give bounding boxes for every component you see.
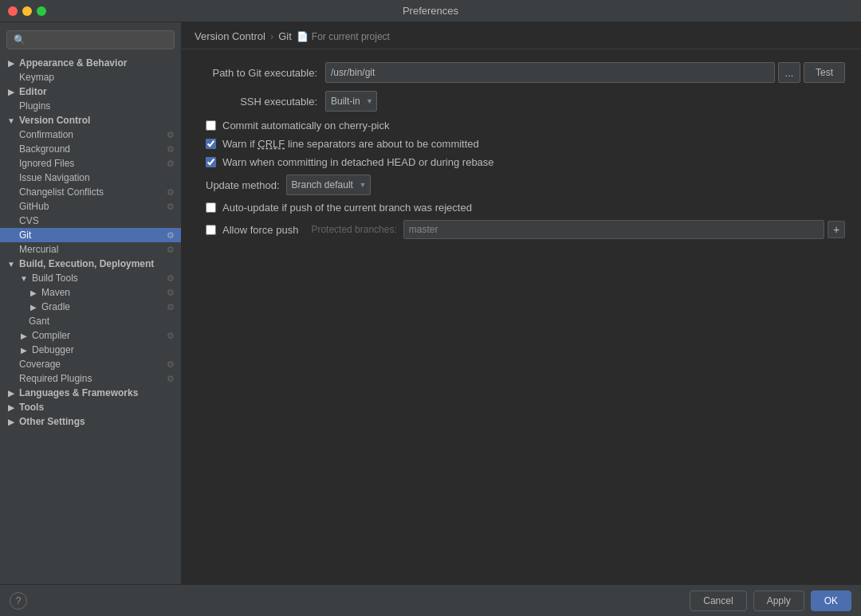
sidebar-item-label: Plugins xyxy=(19,100,50,112)
apply-button[interactable]: Apply xyxy=(753,590,804,611)
sidebar-item-ignored-files[interactable]: Ignored Files ⚙ xyxy=(0,156,181,171)
minimize-button[interactable] xyxy=(22,6,32,16)
sidebar-item-label: Appearance & Behavior xyxy=(19,57,127,69)
sidebar-item-label: Ignored Files xyxy=(19,158,74,169)
sidebar-item-cvs[interactable]: CVS xyxy=(0,214,181,228)
update-method-row: Update method: Branch default xyxy=(198,175,845,195)
arrow-icon: ▶ xyxy=(6,58,16,68)
sidebar-item-git[interactable]: Git ⚙ xyxy=(0,228,181,242)
settings-icon: ⚙ xyxy=(167,130,175,140)
sidebar-item-plugins[interactable]: Plugins xyxy=(0,99,181,113)
sidebar-item-label: Build, Execution, Deployment xyxy=(19,258,154,269)
sidebar-item-issue-navigation[interactable]: Issue Navigation xyxy=(0,171,181,185)
sidebar-item-compiler[interactable]: ▶ Compiler ⚙ xyxy=(0,328,181,343)
window-controls[interactable] xyxy=(8,6,46,16)
ssh-select[interactable]: Built-in xyxy=(325,91,377,112)
sidebar-item-editor[interactable]: ▶ Editor xyxy=(0,84,181,99)
cancel-button[interactable]: Cancel xyxy=(690,590,746,611)
content-body: Path to Git executable: ... Test SSH exe… xyxy=(182,49,861,584)
detached-head-checkbox[interactable] xyxy=(206,157,216,167)
crlf-label[interactable]: Warn if CRLF line separators are about t… xyxy=(222,138,479,150)
crlf-checkbox[interactable] xyxy=(206,139,216,149)
arrow-icon: ▶ xyxy=(29,288,38,297)
cherry-pick-checkbox[interactable] xyxy=(206,120,216,131)
update-method-select[interactable]: Branch default xyxy=(286,175,371,195)
settings-icon: ⚙ xyxy=(167,245,175,255)
ok-button[interactable]: OK xyxy=(811,590,851,611)
sidebar-item-label: Tools xyxy=(19,402,44,413)
protected-branches-input[interactable] xyxy=(403,220,824,239)
sidebar-item-build-execution-deployment[interactable]: ▼ Build, Execution, Deployment xyxy=(0,257,181,271)
sidebar-item-label: Changelist Conflicts xyxy=(19,186,104,198)
sidebar-item-label: Issue Navigation xyxy=(19,172,90,183)
arrow-icon: ▶ xyxy=(6,402,16,412)
sidebar-item-label: Git xyxy=(19,230,31,241)
sidebar-item-label: Maven xyxy=(41,287,70,298)
cherry-pick-label[interactable]: Commit automatically on cherry-pick xyxy=(222,120,390,131)
sidebar-item-label: Confirmation xyxy=(19,129,73,140)
arrow-icon: ▶ xyxy=(6,87,16,96)
update-method-label: Update method: xyxy=(206,179,280,191)
sidebar-item-label: Languages & Frameworks xyxy=(19,387,138,398)
detached-head-row: Warn when committing in detached HEAD or… xyxy=(198,156,845,168)
crlf-row: Warn if CRLF line separators are about t… xyxy=(198,138,845,150)
sidebar-item-background[interactable]: Background ⚙ xyxy=(0,142,181,156)
settings-icon: ⚙ xyxy=(167,302,175,312)
search-box[interactable] xyxy=(6,30,175,49)
sidebar-item-github[interactable]: GitHub ⚙ xyxy=(0,199,181,214)
ssh-select-wrapper[interactable]: Built-in xyxy=(325,91,377,112)
sidebar-item-tools[interactable]: ▶ Tools xyxy=(0,400,181,414)
arrow-icon: ▶ xyxy=(6,388,16,398)
detached-head-label[interactable]: Warn when committing in detached HEAD or… xyxy=(222,156,494,168)
path-input[interactable] xyxy=(325,62,775,83)
sidebar-item-other-settings[interactable]: ▶ Other Settings xyxy=(0,414,181,429)
arrow-icon: ▶ xyxy=(19,345,29,355)
search-input[interactable] xyxy=(14,34,167,45)
sidebar-item-label: Coverage xyxy=(19,359,61,370)
help-button[interactable]: ? xyxy=(10,592,27,610)
sidebar-item-gant[interactable]: Gant xyxy=(0,314,181,328)
sidebar-item-build-tools[interactable]: ▼ Build Tools ⚙ xyxy=(0,271,181,285)
sidebar-item-label: Version Control xyxy=(19,115,90,126)
settings-icon: ⚙ xyxy=(167,273,175,284)
auto-update-checkbox[interactable] xyxy=(206,202,216,213)
sidebar-item-changelist-conflicts[interactable]: Changelist Conflicts ⚙ xyxy=(0,185,181,199)
settings-icon: ⚙ xyxy=(167,187,175,198)
update-method-select-wrapper[interactable]: Branch default xyxy=(286,175,371,195)
sidebar-item-languages-frameworks[interactable]: ▶ Languages & Frameworks xyxy=(0,386,181,400)
sidebar-item-gradle[interactable]: ▶ Gradle ⚙ xyxy=(0,300,181,314)
add-protected-button[interactable]: + xyxy=(828,221,845,238)
sidebar-item-coverage[interactable]: Coverage ⚙ xyxy=(0,357,181,371)
arrow-icon: ▼ xyxy=(19,273,29,283)
test-button[interactable]: Test xyxy=(804,62,845,83)
sidebar-item-confirmation[interactable]: Confirmation ⚙ xyxy=(0,128,181,142)
path-row: Path to Git executable: ... Test xyxy=(198,62,845,83)
force-push-checkbox[interactable] xyxy=(206,225,216,235)
settings-icon: ⚙ xyxy=(167,288,175,298)
sidebar-item-maven[interactable]: ▶ Maven ⚙ xyxy=(0,285,181,300)
sidebar-item-required-plugins[interactable]: Required Plugins ⚙ xyxy=(0,371,181,386)
cherry-pick-row: Commit automatically on cherry-pick xyxy=(198,120,845,131)
settings-icon: ⚙ xyxy=(167,359,175,370)
for-project-label: 📄 For current project xyxy=(297,31,390,42)
auto-update-label[interactable]: Auto-update if push of the current branc… xyxy=(222,202,472,214)
settings-icon: ⚙ xyxy=(167,202,175,212)
force-push-label[interactable]: Allow force push xyxy=(222,224,298,236)
browse-button[interactable]: ... xyxy=(778,62,800,83)
settings-icon: ⚙ xyxy=(167,144,175,155)
bottom-buttons: Cancel Apply OK xyxy=(690,590,851,611)
arrow-icon: ▶ xyxy=(29,302,38,312)
protected-branches-label: Protected branches: xyxy=(311,224,396,235)
maximize-button[interactable] xyxy=(37,6,46,16)
sidebar-item-debugger[interactable]: ▶ Debugger xyxy=(0,343,181,357)
sidebar-item-label: GitHub xyxy=(19,201,49,212)
sidebar-item-mercurial[interactable]: Mercurial ⚙ xyxy=(0,242,181,257)
sidebar-item-keymap[interactable]: Keymap xyxy=(0,70,181,84)
sidebar: ▶ Appearance & Behavior Keymap ▶ Editor … xyxy=(0,22,182,584)
ssh-row: SSH executable: Built-in xyxy=(198,91,845,112)
titlebar: Preferences xyxy=(0,0,861,22)
close-button[interactable] xyxy=(8,6,18,16)
sidebar-item-version-control[interactable]: ▼ Version Control xyxy=(0,113,181,128)
breadcrumb-git: Git xyxy=(278,30,292,42)
sidebar-item-appearance-behavior[interactable]: ▶ Appearance & Behavior xyxy=(0,56,181,70)
